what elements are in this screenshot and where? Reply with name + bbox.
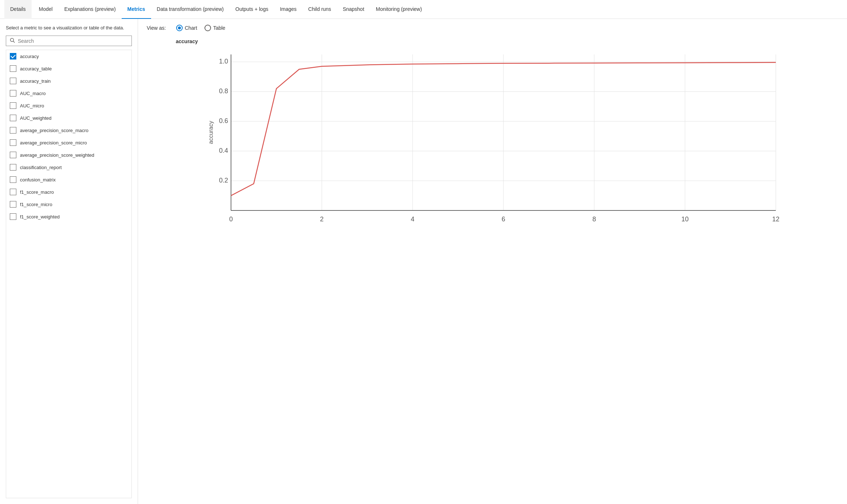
metric-item-f1_score_macro[interactable]: f1_score_macro xyxy=(6,186,131,198)
metric-label-auc_macro: AUC_macro xyxy=(20,91,46,96)
svg-text:2: 2 xyxy=(320,216,324,223)
metric-label-avg_precision_macro: average_precision_score_macro xyxy=(20,128,89,133)
metric-label-auc_micro: AUC_micro xyxy=(20,103,44,108)
checkbox-accuracy_table[interactable] xyxy=(10,65,16,72)
metric-item-f1_score_weighted[interactable]: f1_score_weighted xyxy=(6,210,131,223)
checkbox-avg_precision_macro[interactable] xyxy=(10,127,16,134)
main-content: Select a metric to see a visualization o… xyxy=(0,19,847,504)
view-as-label: View as: xyxy=(147,25,166,31)
chart-radio-option[interactable]: Chart xyxy=(176,25,197,31)
metric-label-accuracy: accuracy xyxy=(20,54,39,59)
nav-tab-metrics[interactable]: Metrics xyxy=(122,0,151,19)
nav-tab-details[interactable]: Details xyxy=(4,0,32,19)
checkbox-classification_report[interactable] xyxy=(10,164,16,171)
metric-item-classification_report[interactable]: classification_report xyxy=(6,161,131,173)
checkbox-avg_precision_micro[interactable] xyxy=(10,139,16,146)
svg-text:0: 0 xyxy=(229,216,233,223)
metric-label-classification_report: classification_report xyxy=(20,165,62,170)
checkbox-f1_score_weighted[interactable] xyxy=(10,213,16,220)
checkbox-confusion_matrix[interactable] xyxy=(10,176,16,183)
metric-item-auc_weighted[interactable]: AUC_weighted xyxy=(6,112,131,124)
chart-svg: 0.20.40.60.81.0246810120accuracy xyxy=(154,47,838,229)
metric-item-avg_precision_macro[interactable]: average_precision_score_macro xyxy=(6,124,131,136)
checkbox-auc_weighted[interactable] xyxy=(10,115,16,121)
svg-text:1.0: 1.0 xyxy=(219,58,228,65)
svg-text:12: 12 xyxy=(772,216,779,223)
metric-label-f1_score_macro: f1_score_macro xyxy=(20,189,54,195)
metric-item-confusion_matrix[interactable]: confusion_matrix xyxy=(6,173,131,186)
left-panel: Select a metric to see a visualization o… xyxy=(0,19,138,504)
svg-line-1 xyxy=(13,41,15,43)
table-radio-circle xyxy=(204,25,211,31)
metric-item-accuracy[interactable]: accuracy xyxy=(6,50,131,62)
metric-label-f1_score_weighted: f1_score_weighted xyxy=(20,214,60,220)
svg-text:8: 8 xyxy=(592,216,596,223)
metric-label-accuracy_train: accuracy_train xyxy=(20,78,51,84)
metric-item-avg_precision_weighted[interactable]: average_precision_score_weighted xyxy=(6,149,131,161)
checkbox-auc_macro[interactable] xyxy=(10,90,16,97)
metric-label-auc_weighted: AUC_weighted xyxy=(20,115,52,121)
metric-item-auc_macro[interactable]: AUC_macro xyxy=(6,87,131,99)
chart-title: accuracy xyxy=(176,38,198,44)
metric-label-avg_precision_weighted: average_precision_score_weighted xyxy=(20,152,94,158)
nav-tab-snapshot[interactable]: Snapshot xyxy=(337,0,370,19)
panel-description: Select a metric to see a visualization o… xyxy=(6,25,132,31)
table-label: Table xyxy=(213,25,225,31)
checkbox-accuracy[interactable] xyxy=(10,53,16,60)
chart-area: accuracy 0.20.40.60.81.0246810120accurac… xyxy=(147,38,838,498)
chart-radio-circle xyxy=(176,25,183,31)
search-icon xyxy=(10,38,15,44)
metric-label-confusion_matrix: confusion_matrix xyxy=(20,177,56,183)
metric-item-accuracy_train[interactable]: accuracy_train xyxy=(6,75,131,87)
metric-item-avg_precision_micro[interactable]: average_precision_score_micro xyxy=(6,136,131,149)
chart-svg-container: 0.20.40.60.81.0246810120accuracy xyxy=(154,47,838,498)
svg-text:6: 6 xyxy=(502,216,505,223)
view-as-row: View as: Chart Table xyxy=(147,25,838,31)
svg-text:0.4: 0.4 xyxy=(219,147,228,154)
nav-tab-model[interactable]: Model xyxy=(33,0,58,19)
checkbox-f1_score_macro[interactable] xyxy=(10,189,16,195)
nav-tab-explanations[interactable]: Explanations (preview) xyxy=(58,0,122,19)
metric-label-f1_score_micro: f1_score_micro xyxy=(20,202,52,207)
nav-tab-monitoring[interactable]: Monitoring (preview) xyxy=(370,0,428,19)
metric-label-avg_precision_micro: average_precision_score_micro xyxy=(20,140,87,146)
metric-item-f1_score_micro[interactable]: f1_score_micro xyxy=(6,198,131,210)
top-navigation: DetailsModelExplanations (preview)Metric… xyxy=(0,0,847,19)
metric-list-container: accuracyaccuracy_tableaccuracy_trainAUC_… xyxy=(6,50,132,498)
svg-text:10: 10 xyxy=(681,216,689,223)
checkbox-accuracy_train[interactable] xyxy=(10,78,16,84)
chart-label: Chart xyxy=(185,25,197,31)
checkbox-auc_micro[interactable] xyxy=(10,102,16,109)
svg-text:accuracy: accuracy xyxy=(208,121,214,144)
metric-label-accuracy_table: accuracy_table xyxy=(20,66,52,71)
checkbox-avg_precision_weighted[interactable] xyxy=(10,152,16,158)
svg-text:0.6: 0.6 xyxy=(219,117,228,124)
search-box[interactable] xyxy=(6,36,132,46)
nav-tab-child-runs[interactable]: Child runs xyxy=(303,0,337,19)
svg-text:0.2: 0.2 xyxy=(219,177,228,184)
checkbox-f1_score_micro[interactable] xyxy=(10,201,16,208)
nav-tab-outputs-logs[interactable]: Outputs + logs xyxy=(230,0,274,19)
right-panel: View as: Chart Table accuracy 0.20.40.60… xyxy=(138,19,847,504)
nav-tab-data-transformation[interactable]: Data transformation (preview) xyxy=(151,0,230,19)
nav-tab-images[interactable]: Images xyxy=(274,0,303,19)
search-input[interactable] xyxy=(18,38,128,44)
metric-list: accuracyaccuracy_tableaccuracy_trainAUC_… xyxy=(6,50,131,223)
table-radio-option[interactable]: Table xyxy=(204,25,225,31)
metric-item-auc_micro[interactable]: AUC_micro xyxy=(6,99,131,112)
svg-text:0.8: 0.8 xyxy=(219,87,228,95)
svg-text:4: 4 xyxy=(411,216,414,223)
metric-item-accuracy_table[interactable]: accuracy_table xyxy=(6,62,131,75)
